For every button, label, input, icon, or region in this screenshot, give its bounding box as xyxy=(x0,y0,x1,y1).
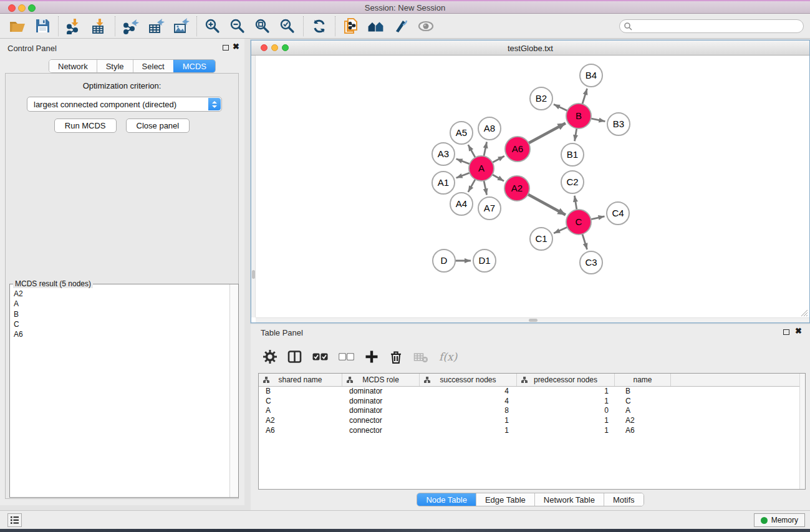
cell-successor-nodes: 1 xyxy=(420,426,517,436)
cell-name: A6 xyxy=(615,426,671,436)
open-folder-icon xyxy=(9,19,26,34)
criterion-value: largest connected component (directed) xyxy=(34,100,176,109)
close-panel-button[interactable]: Close panel xyxy=(126,118,190,133)
result-item[interactable]: A6 xyxy=(14,329,229,339)
table-row[interactable]: B dominator 4 1 B xyxy=(259,387,799,397)
zoom-fit-button[interactable] xyxy=(250,16,275,37)
apply-style-button[interactable] xyxy=(388,16,413,37)
run-mcds-button[interactable]: Run MCDS xyxy=(54,118,117,133)
memory-button[interactable]: Memory xyxy=(754,513,805,527)
table-row[interactable]: A6 connector 1 1 A6 xyxy=(259,426,799,436)
column-header-predecessor-nodes[interactable]: predecessor nodes xyxy=(517,374,615,386)
main-toolbar xyxy=(0,14,810,39)
select-all-checkboxes-icon[interactable] xyxy=(312,353,328,360)
gear-icon[interactable] xyxy=(263,350,277,364)
export-image-button[interactable] xyxy=(168,16,193,37)
app-titlebar[interactable]: Session: New Session xyxy=(0,0,810,14)
zoom-in-button[interactable] xyxy=(200,16,225,37)
cell-name: A2 xyxy=(615,416,671,426)
table-scrollbar[interactable] xyxy=(799,374,805,489)
export-table-button[interactable] xyxy=(143,16,168,37)
cell-predecessor-nodes: 0 xyxy=(517,406,615,416)
optimization-criterion-label: Optimization criterion: xyxy=(6,81,238,90)
tab-node-table[interactable]: Node Table xyxy=(417,493,476,506)
refresh-button[interactable] xyxy=(307,16,332,37)
column-header-name[interactable]: name xyxy=(615,374,671,386)
table-toolbar: f(x) xyxy=(263,344,457,369)
tab-style[interactable]: Style xyxy=(97,60,133,72)
search-icon xyxy=(624,22,632,31)
cell-name: A xyxy=(615,406,671,416)
table-row[interactable]: C dominator 4 1 C xyxy=(259,397,799,407)
node-label-A3: A3 xyxy=(438,148,449,159)
add-column-icon[interactable] xyxy=(365,350,378,364)
float-table-panel-icon[interactable] xyxy=(783,329,789,335)
cell-mcds-role: connector xyxy=(342,426,420,436)
network-window-titlebar[interactable]: testGlobe.txt xyxy=(251,41,809,56)
column-header-filler xyxy=(671,374,799,386)
zoom-in-icon xyxy=(205,18,221,34)
import-network-button[interactable] xyxy=(62,16,87,37)
style-brush-icon xyxy=(393,18,409,34)
float-panel-icon[interactable] xyxy=(223,45,229,51)
export-network-button[interactable] xyxy=(118,16,143,37)
select-stepper-icon[interactable] xyxy=(208,98,221,110)
result-item[interactable]: B xyxy=(14,309,229,319)
result-item[interactable]: A xyxy=(14,299,229,309)
control-panel-tabs: Network Style Select MCDS xyxy=(49,59,216,73)
network-canvas[interactable]: AA1A2A3A4A5A6A7A8BB1B2B3B4CC1C2C3C4DD1 xyxy=(251,56,809,322)
save-session-button[interactable] xyxy=(30,16,55,37)
network-graph: AA1A2A3A4A5A6A7A8BB1B2B3B4CC1C2C3C4DD1 xyxy=(251,56,809,322)
status-bar: Memory xyxy=(0,510,810,529)
column-header-mcds-role[interactable]: MCDS role xyxy=(342,374,420,386)
node-label-B4: B4 xyxy=(586,70,597,80)
search-input[interactable] xyxy=(619,19,804,33)
new-network-from-selection-button[interactable] xyxy=(339,16,364,37)
deselect-all-checkboxes-icon[interactable] xyxy=(339,353,354,360)
node-label-B: B xyxy=(576,110,582,121)
tab-motifs[interactable]: Motifs xyxy=(604,493,644,506)
tab-select[interactable]: Select xyxy=(133,60,173,72)
close-table-panel-icon[interactable]: ✖ xyxy=(795,326,802,336)
resize-grip-icon[interactable] xyxy=(801,309,808,317)
table-row[interactable]: A dominator 8 0 A xyxy=(259,406,799,416)
network-vertical-scrollbar[interactable] xyxy=(251,56,256,317)
network-horizontal-scrollbar[interactable] xyxy=(256,317,809,322)
vertical-scroll-thumb[interactable] xyxy=(252,270,255,279)
export-image-icon xyxy=(173,18,190,34)
network-home-button[interactable] xyxy=(364,16,388,37)
node-label-D1: D1 xyxy=(478,255,490,266)
open-session-button[interactable] xyxy=(5,16,30,37)
function-builder-button[interactable]: f(x) xyxy=(439,351,457,363)
trash-icon[interactable] xyxy=(389,350,403,364)
zoom-selected-button[interactable] xyxy=(275,16,300,37)
cell-name: C xyxy=(615,397,671,407)
zoom-out-button[interactable] xyxy=(225,16,250,37)
result-scrollbar[interactable] xyxy=(229,284,238,497)
horizontal-scroll-thumb[interactable] xyxy=(529,319,538,322)
criterion-select[interactable]: largest connected component (directed) xyxy=(27,97,222,112)
columns-icon[interactable] xyxy=(287,350,302,364)
close-panel-icon[interactable]: ✖ xyxy=(233,42,239,51)
column-header-shared-name[interactable]: shared name xyxy=(259,374,342,386)
column-label: successor nodes xyxy=(440,375,496,384)
column-tree-icon xyxy=(424,377,430,383)
column-tree-icon xyxy=(521,377,528,383)
tab-edge-table[interactable]: Edge Table xyxy=(476,493,534,506)
node-label-A: A xyxy=(478,163,485,173)
import-table-button[interactable] xyxy=(87,16,112,37)
column-label: MCDS role xyxy=(362,375,399,384)
tab-mcds[interactable]: MCDS xyxy=(173,60,215,72)
delete-table-icon[interactable] xyxy=(413,351,428,363)
result-item[interactable]: A2 xyxy=(14,289,229,299)
show-details-button[interactable] xyxy=(413,16,438,37)
control-panel: Control Panel ✖ Network Style Select MCD… xyxy=(0,39,244,505)
column-header-successor-nodes[interactable]: successor nodes xyxy=(420,374,517,386)
result-item[interactable]: C xyxy=(14,319,229,329)
table-row[interactable]: A2 connector 1 1 A2 xyxy=(259,416,799,426)
tab-network-table[interactable]: Network Table xyxy=(534,493,604,506)
tab-network[interactable]: Network xyxy=(49,60,97,72)
task-history-button[interactable] xyxy=(7,513,22,527)
node-label-A1: A1 xyxy=(438,177,449,188)
mcds-result-list[interactable]: A2 A B C A6 xyxy=(10,286,229,497)
